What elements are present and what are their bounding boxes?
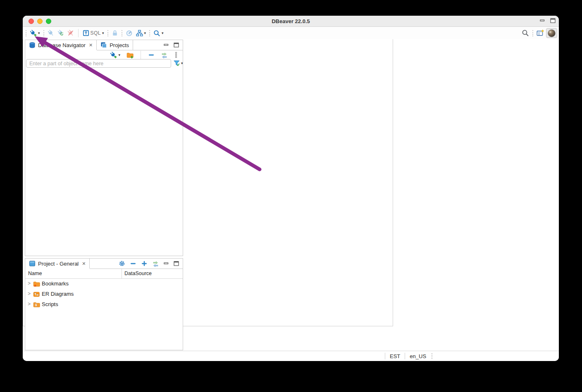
tab-database-navigator[interactable]: Database Navigator ✕ [25,40,97,50]
window-title: DBeaver 22.0.5 [23,16,559,27]
close-icon[interactable]: ✕ [89,43,93,48]
toolbar-grip [532,30,533,36]
title-bar: DBeaver 22.0.5 [23,16,559,27]
dbeaver-window: DBeaver 22.0.5 ▾ [23,16,559,361]
column-header-datasource[interactable]: DataSource [124,271,152,276]
filter-funnel-icon [173,60,180,67]
new-connection-button[interactable]: ▾ [28,28,42,38]
status-locale[interactable]: en_US [405,353,431,359]
toolbar-grip [26,30,26,36]
toolbar-grip [122,30,122,36]
minimize-view-icon[interactable] [540,18,545,23]
connect-plug-icon [48,30,54,36]
tab-database-navigator-label: Database Navigator [38,42,86,48]
driver-manager-caret-icon[interactable]: ▾ [144,31,146,35]
filter-control[interactable]: ▾ [173,60,183,67]
database-icon [29,42,36,48]
project-icon [29,260,36,267]
status-grip [432,353,432,359]
project-panel-actions [115,259,183,268]
quick-search-icon [522,29,529,37]
new-connection-plug-icon [30,30,37,37]
chevron-right-icon[interactable]: > [28,301,31,307]
nav-new-connection-caret-icon[interactable]: ▾ [118,53,120,57]
dbeaver-perspective-button[interactable] [546,28,557,38]
maximize-view-icon[interactable] [174,43,179,48]
perspective-icon [537,29,544,37]
project-tabbar: Project - General ✕ [25,259,183,269]
reconnect-button[interactable] [56,28,66,38]
new-connection-caret-icon[interactable]: ▾ [38,31,40,35]
column-divider[interactable] [122,269,122,279]
expand-all-icon[interactable] [141,260,148,267]
collapse-all-icon[interactable] [130,260,136,267]
project-table-header: Name DataSource [25,269,183,279]
navigator-tabbar: Database Navigator ✕ Projects [25,40,183,50]
minimize-view-icon[interactable] [164,261,169,266]
minimize-view-icon[interactable] [164,43,169,48]
status-timezone[interactable]: EST [385,353,405,359]
tree-item-label: Scripts [42,301,58,307]
column-header-name[interactable]: Name [28,271,42,276]
chevron-right-icon[interactable]: > [28,291,31,297]
navigator-search-row: ▾ [25,59,183,68]
driver-manager-button[interactable]: ▾ [134,28,148,38]
navigator-panel-actions [160,40,183,50]
link-arrows-icon[interactable] [152,260,159,267]
screen: DBeaver 22.0.5 ▾ [0,0,582,392]
tab-projects[interactable]: Projects [97,40,133,50]
toolbar-grip [43,30,44,36]
project-general-panel: Project - General ✕ [25,258,183,350]
gauge-icon [126,30,133,37]
open-perspective-button[interactable] [535,28,546,38]
link-arrows-icon [161,52,168,59]
search-button[interactable]: ▾ [152,28,165,38]
tree-item-label: Bookmarks [42,280,69,287]
status-bar: EST en_US [23,351,559,361]
navigator-toolbar: ▾ [25,50,183,59]
toolbar-right-cluster [520,27,557,39]
toolbar-grip [107,30,108,36]
database-navigator-panel: Database Navigator ✕ Projects [25,40,183,256]
object-search-input[interactable] [26,59,171,68]
scripts-folder-icon [33,301,40,308]
maximize-view-icon[interactable] [174,261,179,266]
org-chart-icon [136,30,143,37]
tree-row-bookmarks[interactable]: > Bookmarks [25,279,183,289]
lock-icon [112,30,118,36]
navigator-toolbar-separator [141,51,141,59]
search-icon [153,30,160,37]
toolbar-separator [78,29,79,37]
new-connection-plug-icon [110,52,117,59]
settings-gear-icon[interactable] [119,260,125,267]
sql-editor-icon [83,30,89,36]
close-icon[interactable]: ✕ [82,261,86,266]
tree-row-er-diagrams[interactable]: > ER Diagrams [25,289,183,299]
status-items: EST en_US [385,351,432,361]
search-caret-icon[interactable]: ▾ [162,31,164,35]
tree-row-scripts[interactable]: > Scripts [25,299,183,310]
main-toolbar: ▾ [23,27,559,39]
toolbar-grip [149,30,150,36]
filter-caret-icon[interactable]: ▾ [181,62,183,65]
disconnect-button[interactable] [66,28,76,38]
tree-item-label: ER Diagrams [42,291,74,297]
quick-search-button[interactable] [520,28,531,38]
beaver-avatar-icon [547,29,556,38]
er-diagrams-icon [33,291,40,298]
lock-button[interactable] [110,28,120,38]
new-folder-icon [126,52,134,59]
editor-actions [540,18,556,23]
sql-editor-label: SQL [91,30,101,36]
sql-editor-button[interactable]: SQL ▾ [81,28,106,38]
tabbar-filler [90,259,115,268]
chevron-right-icon[interactable]: > [28,280,31,286]
reconnect-plug-icon [57,30,64,36]
more-menu-icon [174,52,178,58]
tab-project-general[interactable]: Project - General ✕ [25,259,90,268]
connect-button[interactable] [46,28,56,38]
dashboard-button[interactable] [124,28,134,38]
tab-project-general-label: Project - General [38,261,79,267]
sql-editor-caret-icon[interactable]: ▾ [102,31,104,35]
maximize-view-icon[interactable] [550,18,556,23]
